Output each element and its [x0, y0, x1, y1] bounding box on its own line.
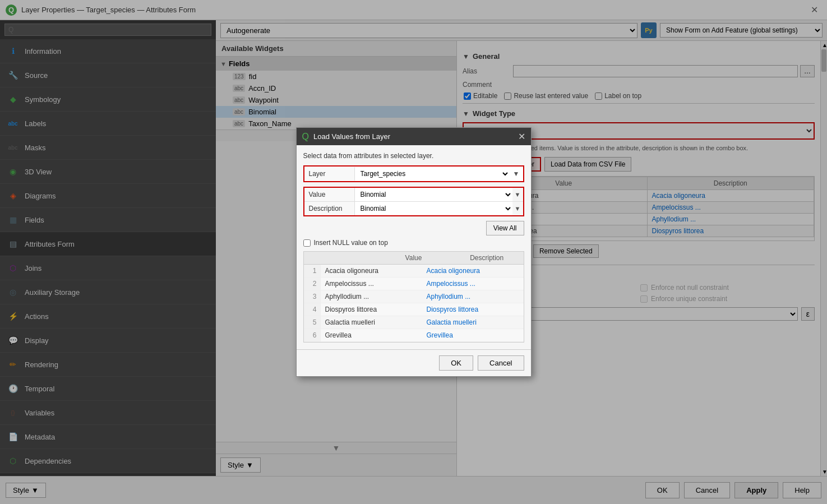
modal-value-row: Value Binomial Accn_ID Waypoint Taxon_Na…: [304, 188, 523, 202]
modal-row-num: 5: [304, 316, 321, 329]
modal-row-value: Diospyros littorea: [321, 303, 422, 316]
insert-null-checkbox[interactable]: [303, 239, 311, 247]
modal-row-value: Aphyllodium ...: [321, 290, 422, 303]
modal-row-description: Galactia muelleri: [422, 316, 524, 329]
modal-body: Select data from attributes in selected …: [297, 145, 531, 349]
load-values-modal: Q Load Values from Layer ✕ Select data f…: [296, 127, 532, 377]
modal-row-value: Ampelocissus ...: [321, 278, 422, 290]
modal-row-description: Diospyros littorea: [422, 303, 524, 316]
modal-num-col-header: [304, 252, 377, 264]
insert-null-label: Insert NULL value on top: [314, 239, 388, 247]
modal-overlay: Q Load Values from Layer ✕ Select data f…: [0, 0, 827, 504]
modal-value-label: Value: [304, 188, 355, 201]
modal-table-header: Value Description: [303, 251, 524, 264]
modal-insert-null-row: Insert NULL value on top: [303, 239, 524, 247]
modal-desc-col-header: Description: [450, 252, 524, 264]
modal-footer: OK Cancel: [297, 349, 531, 376]
modal-table-rows: 1 Acacia oligoneura Acacia oligoneura 2 …: [303, 264, 524, 343]
modal-title-text: Load Values from Layer: [313, 132, 514, 141]
modal-description: Select data from attributes in selected …: [303, 152, 524, 160]
modal-close-button[interactable]: ✕: [518, 131, 525, 142]
modal-row-description: Ampelocissus ...: [422, 278, 524, 290]
modal-row-value: Grevillea: [321, 329, 422, 341]
modal-layer-row: Layer Target_species ▼: [303, 165, 524, 182]
modal-table-row[interactable]: 3 Aphyllodium ... Aphyllodium ...: [304, 290, 524, 303]
modal-row-description: Acacia oligoneura: [422, 265, 524, 277]
view-all-button[interactable]: View All: [486, 221, 524, 235]
modal-table-row[interactable]: 2 Ampelocissus ... Ampelocissus ...: [304, 278, 524, 290]
modal-title-bar: Q Load Values from Layer ✕: [297, 128, 531, 145]
value-desc-group: Value Binomial Accn_ID Waypoint Taxon_Na…: [303, 187, 524, 216]
layer-dropdown-arrow: ▼: [510, 169, 523, 179]
modal-row-num: 2: [304, 278, 321, 290]
modal-desc-label: Description: [304, 202, 355, 215]
modal-row-num: 4: [304, 303, 321, 316]
modal-table-row[interactable]: 5 Galactia muelleri Galactia muelleri: [304, 316, 524, 329]
modal-cancel-button[interactable]: Cancel: [478, 355, 524, 371]
modal-row-num: 6: [304, 329, 321, 341]
modal-row-num: 3: [304, 290, 321, 303]
modal-row-value: Galactia muelleri: [321, 316, 422, 329]
modal-row-num: 1: [304, 265, 321, 277]
modal-table-row[interactable]: 4 Diospyros littorea Diospyros littorea: [304, 303, 524, 316]
modal-table-row[interactable]: 1 Acacia oligoneura Acacia oligoneura: [304, 265, 524, 278]
modal-value-col-header: Value: [377, 252, 450, 264]
modal-layer-label: Layer: [304, 167, 355, 181]
desc-dropdown-arrow: ▼: [512, 204, 523, 213]
modal-row-description: Aphyllodium ...: [422, 290, 524, 303]
modal-table-row[interactable]: 6 Grevillea Grevillea: [304, 329, 524, 342]
modal-qgis-icon: Q: [302, 132, 309, 142]
modal-row-value: Acacia oligoneura: [321, 265, 422, 277]
view-all-row: View All: [303, 221, 524, 235]
modal-description-select[interactable]: Binomial Accn_ID Waypoint Taxon_Name fid: [355, 202, 512, 215]
modal-value-select[interactable]: Binomial Accn_ID Waypoint Taxon_Name fid: [355, 188, 512, 201]
modal-ok-button[interactable]: OK: [439, 355, 473, 371]
value-dropdown-arrow: ▼: [512, 190, 523, 199]
modal-layer-select[interactable]: Target_species: [355, 167, 510, 181]
modal-row-description: Grevillea: [422, 329, 524, 341]
modal-desc-row: Description Binomial Accn_ID Waypoint Ta…: [304, 202, 523, 215]
